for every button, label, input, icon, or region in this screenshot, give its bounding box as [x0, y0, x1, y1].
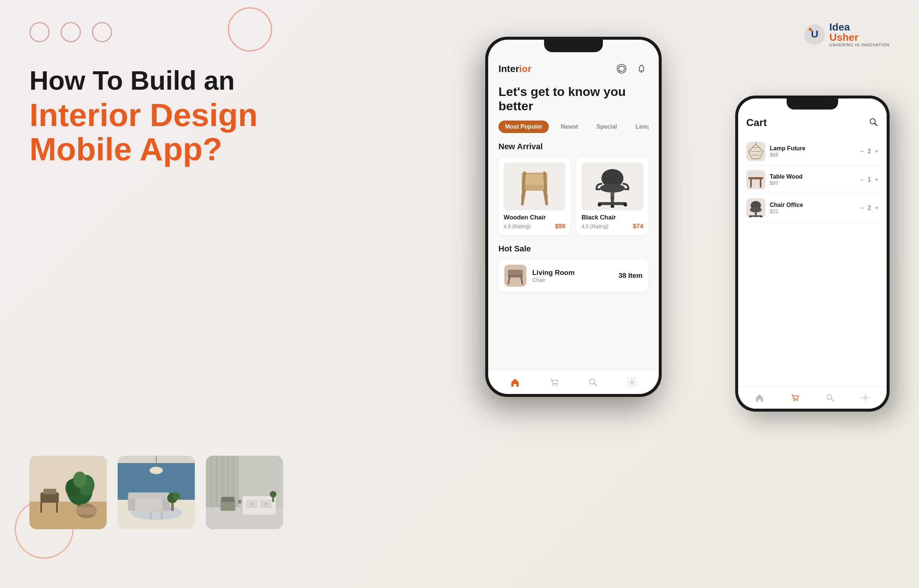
- table-svg: [746, 171, 765, 189]
- photo-card-3: [206, 456, 283, 529]
- app-header: Interior: [499, 62, 648, 76]
- svg-line-102: [831, 399, 834, 401]
- chair-qty-minus[interactable]: −: [860, 204, 864, 212]
- cart-item-lamp-img: [746, 142, 766, 161]
- hot-sale-name: Living Room: [532, 269, 613, 277]
- app-main-screen: Interior: [488, 40, 659, 370]
- deco-circle-3: [92, 22, 112, 42]
- cart-nav-home[interactable]: [753, 391, 766, 404]
- nav-settings[interactable]: [625, 376, 638, 389]
- svg-point-50: [270, 491, 276, 498]
- wooden-chair-image: [504, 162, 565, 210]
- chair-qty-plus[interactable]: +: [875, 204, 879, 212]
- nav-home[interactable]: [509, 376, 522, 389]
- svg-point-43: [251, 503, 253, 505]
- cart-item-chair-office: Chair Office $22 − 2 +: [746, 194, 879, 222]
- cart-item-table-info: Table Wood $97: [770, 173, 856, 186]
- product-card-wooden-chair[interactable]: Wooden Chair 4.5 (Rating) $99: [499, 157, 570, 235]
- headline-line3: Mobile App?: [29, 132, 279, 166]
- wooden-chair-svg: [514, 165, 555, 208]
- table-qty-plus[interactable]: +: [875, 176, 879, 184]
- cart-screen: Cart: [738, 99, 887, 386]
- photo-card-1: [29, 456, 107, 529]
- photo-3-svg: [206, 456, 283, 529]
- black-chair-image: [581, 162, 643, 210]
- svg-rect-6: [44, 489, 56, 494]
- cart-item-chair-name: Chair Office: [770, 202, 856, 208]
- cart-item-chair-info: Chair Office $22: [770, 202, 856, 214]
- nav-cart[interactable]: [548, 376, 560, 389]
- black-chair-rating: 4.5 (Rating): [581, 223, 608, 229]
- svg-rect-48: [238, 500, 241, 504]
- svg-point-31: [173, 493, 180, 500]
- tab-special[interactable]: Special: [590, 121, 623, 133]
- nav-search[interactable]: [586, 376, 599, 389]
- hot-sale-card[interactable]: Living Room Chair 38 Item: [499, 260, 648, 292]
- cart-nav-settings[interactable]: [859, 391, 872, 404]
- cart-bottom-nav: [738, 386, 887, 409]
- svg-rect-15: [76, 507, 97, 515]
- lamp-svg: [746, 142, 765, 161]
- hot-sale-count: 38 Item: [619, 271, 643, 279]
- app-tabs: Most Populer Newst Special Lamp Sc: [499, 121, 648, 133]
- cart-item-chair-img: [746, 199, 766, 218]
- phone-front-notch: [544, 40, 603, 52]
- hot-sale-sub: Chair: [532, 277, 613, 283]
- photo-card-2: [118, 456, 195, 529]
- cart-item-chair-price: $22: [770, 208, 856, 214]
- products-row: Wooden Chair 4.5 (Rating) $99: [499, 157, 648, 235]
- product-card-black-chair[interactable]: Black Chair 4.5 (Rating) $74: [577, 157, 648, 235]
- cart-item-lamp-qty: − 2 +: [860, 148, 879, 155]
- table-qty-minus[interactable]: −: [860, 176, 864, 184]
- phone-back-screen: Cart: [738, 99, 887, 409]
- office-chair-svg: [746, 199, 765, 217]
- app-header-icons: [615, 62, 648, 76]
- lamp-qty-minus[interactable]: −: [860, 148, 864, 155]
- chat-icon: [617, 64, 627, 74]
- cart-header: Cart: [746, 117, 879, 129]
- headline-line2: Interior Design: [29, 98, 279, 132]
- hot-sale-chair-svg: [504, 265, 527, 287]
- cart-item-lamp: Lamp Future $68 − 2 +: [746, 137, 879, 166]
- cart-search-icon-button[interactable]: [868, 117, 879, 129]
- cart-nav-cart[interactable]: [788, 391, 801, 404]
- chat-icon-button[interactable]: [615, 62, 628, 76]
- headline-line1: How To Build an: [29, 66, 279, 95]
- svg-point-13: [73, 472, 86, 488]
- svg-point-93: [750, 207, 762, 212]
- cart-item-table: Table Wood $97 − 1 +: [746, 166, 879, 194]
- cart-nav-search[interactable]: [824, 391, 837, 404]
- phones-container: Interior: [485, 37, 890, 544]
- svg-line-76: [521, 278, 522, 284]
- lamp-qty-value: 2: [868, 148, 871, 155]
- cart-item-table-img: [746, 170, 766, 189]
- cart-item-lamp-name: Lamp Future: [770, 145, 856, 152]
- wooden-chair-rating: 4.5 (Rating): [504, 223, 530, 229]
- wooden-chair-price: $99: [555, 223, 565, 230]
- svg-rect-23: [129, 493, 169, 499]
- svg-rect-74: [508, 270, 523, 275]
- cart-item-table-name: Table Wood: [770, 173, 856, 180]
- lamp-qty-plus[interactable]: +: [875, 148, 879, 155]
- black-chair-price: $74: [633, 223, 643, 230]
- svg-line-80: [594, 383, 597, 386]
- tab-newest[interactable]: Newst: [554, 121, 585, 133]
- bell-icon-button[interactable]: [635, 62, 648, 76]
- svg-point-99: [793, 400, 795, 401]
- hot-sale-title: Hot Sale: [499, 244, 648, 254]
- deco-circle-accent-top: [228, 7, 272, 52]
- cart-title: Cart: [746, 117, 767, 129]
- cart-search-icon: [868, 117, 879, 127]
- svg-rect-91: [760, 179, 761, 187]
- app-bottom-nav: [488, 370, 659, 394]
- svg-point-103: [864, 396, 866, 399]
- black-chair-name: Black Chair: [581, 214, 643, 221]
- svg-point-66: [600, 184, 625, 192]
- phone-front-screen: Interior: [488, 40, 659, 394]
- svg-point-77: [552, 384, 554, 386]
- tab-most-populer[interactable]: Most Populer: [499, 121, 549, 133]
- tab-lamp[interactable]: Lamp: [629, 121, 649, 133]
- hot-sale-info: Living Room Chair: [532, 269, 613, 283]
- phone-back-notch: [787, 99, 838, 110]
- svg-line-53: [619, 71, 620, 73]
